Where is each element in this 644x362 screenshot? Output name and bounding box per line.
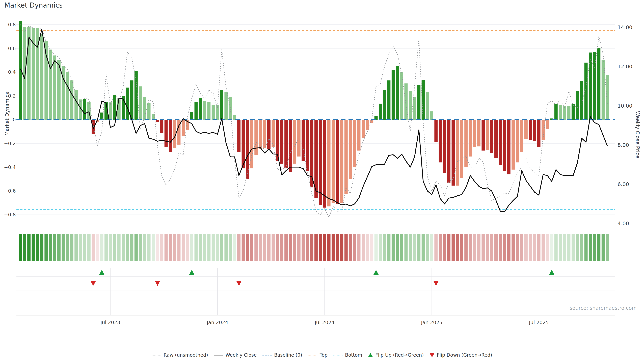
heatmap-cell (156, 234, 159, 261)
dynamics-bar (118, 99, 120, 120)
left-axis-tick: −0.6 (4, 188, 16, 194)
heatmap-cell (430, 234, 433, 261)
heatmap-cell (413, 234, 416, 261)
source-credit: source: sharemaestro.com (570, 305, 636, 311)
dynamics-bar (327, 120, 330, 206)
dynamics-bar (507, 120, 510, 174)
dynamics-bar (520, 120, 523, 152)
heatmap-cell (27, 234, 30, 261)
heatmap-cell (387, 234, 390, 261)
flip-down-marker (433, 281, 439, 286)
legend-item-bottom: Bottom (333, 352, 362, 358)
left-axis-tick: 0 (13, 117, 16, 122)
dynamics-bar (70, 80, 74, 120)
dynamics-bar (400, 72, 403, 120)
dynamics-bar (182, 120, 185, 136)
flip-down-legend-glyph (430, 353, 434, 357)
dynamics-bar (528, 120, 532, 140)
dynamics-bar (477, 120, 480, 146)
dynamics-bar (473, 120, 476, 147)
dynamics-bar (229, 97, 232, 120)
right-axis-tick: 10.00 (618, 103, 632, 109)
heatmap-cell (310, 234, 313, 261)
heatmap-cell (250, 234, 254, 261)
dynamics-bar (379, 104, 382, 120)
heatmap-cell (164, 234, 168, 261)
heatmap-cell (392, 234, 395, 261)
dynamics-bar (340, 120, 343, 203)
right-axis-tick: 8.00 (618, 142, 629, 148)
heatmap-cell (57, 234, 60, 261)
legend-item-label: Raw (unsmoothed) (164, 352, 208, 358)
dynamics-bar (366, 120, 369, 130)
flip-up-marker (373, 270, 379, 275)
heatmap-cell (126, 234, 129, 261)
dynamics-bar (169, 120, 172, 152)
legend-item-close: Weekly Close (214, 352, 256, 358)
heatmap-cell (593, 234, 596, 261)
heatmap-cell (92, 234, 95, 261)
heatmap-cell (190, 234, 193, 261)
right-axis-tick: 6.00 (618, 181, 629, 187)
heatmap-cell (113, 234, 116, 261)
dynamics-bar (392, 70, 395, 120)
dynamics-bar (246, 120, 249, 179)
left-axis-tick: 0.8 (8, 22, 16, 27)
x-axis-tick: Jul 2024 (314, 320, 334, 325)
heatmap-cell (173, 234, 176, 261)
heatmap-cell (237, 234, 240, 261)
heatmap-cell (417, 234, 420, 261)
heatmap-cell (563, 234, 566, 261)
heatmap-cell (36, 234, 39, 261)
heatmap-cell (589, 234, 592, 261)
dynamics-bar (537, 120, 540, 147)
legend-item-raw: Raw (unsmoothed) (152, 352, 208, 358)
dynamics-bar (464, 120, 468, 167)
dynamics-bar (242, 120, 245, 168)
dynamics-bar (439, 120, 442, 162)
dynamics-bar (297, 120, 300, 157)
heatmap-cell (289, 234, 292, 261)
heatmap-cell (349, 234, 352, 261)
dynamics-bar (516, 120, 519, 162)
heatmap-cell (482, 234, 485, 261)
heatmap-cell (160, 234, 163, 261)
flip-up-legend-glyph (368, 353, 373, 357)
dynamics-bar (387, 80, 390, 120)
dynamics-bar (207, 102, 210, 120)
left-axis-tick: 0.4 (8, 69, 16, 75)
heatmap-cell (293, 234, 296, 261)
flip-down-marker (90, 281, 96, 286)
raw-legend-glyph (152, 355, 161, 356)
heatmap-cell (216, 234, 219, 261)
heatmap-cell (88, 234, 90, 261)
heatmap-cell (473, 234, 476, 261)
heatmap-cell (507, 234, 510, 261)
dynamics-bar (254, 120, 258, 155)
dynamics-bar (332, 120, 335, 203)
heatmap-cell (554, 234, 558, 261)
heatmap-cell (229, 234, 232, 261)
legend-item-label: Top (320, 352, 328, 358)
heatmap-cell (396, 234, 399, 261)
heatmap-cell (207, 234, 210, 261)
heatmap-cell (148, 234, 150, 261)
legend-item-baseline: Baseline (0) (262, 352, 302, 358)
dynamics-bar (336, 120, 339, 204)
dynamics-bar (130, 80, 133, 120)
heatmap-cell (374, 234, 378, 261)
heatmap-cell (267, 234, 270, 261)
dynamics-bar (559, 105, 562, 120)
dynamics-bar (593, 52, 596, 120)
heatmap-cell (297, 234, 300, 261)
dynamics-bar (443, 120, 446, 173)
flip-up-marker (189, 270, 194, 275)
legend-item-flip-up: Flip Up (Red→Green) (368, 352, 424, 358)
dynamics-bar (533, 120, 536, 141)
heatmap-cell (528, 234, 532, 261)
dynamics-bar (280, 120, 284, 164)
dynamics-bar (49, 50, 52, 120)
dynamics-bar (469, 120, 472, 157)
dynamics-bar (53, 55, 56, 120)
heatmap-cell (443, 234, 446, 261)
